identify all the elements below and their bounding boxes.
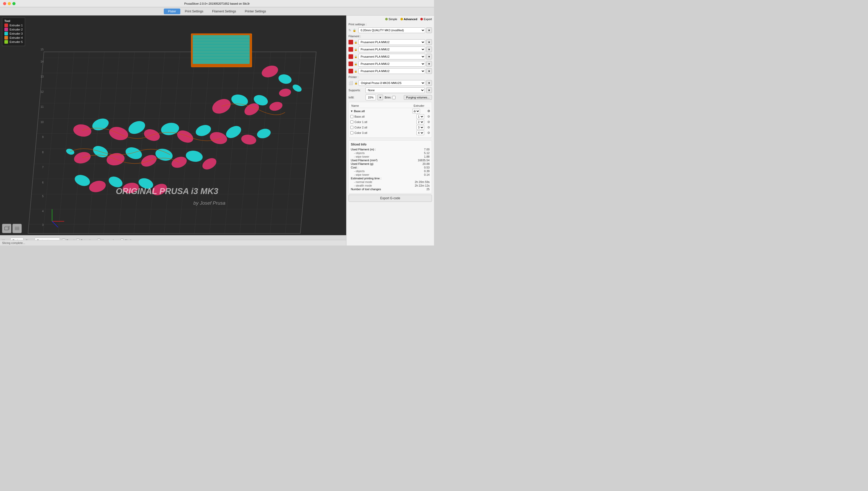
item2-checkbox[interactable] — [350, 120, 353, 123]
mode-expert[interactable]: Expert — [420, 18, 432, 21]
item4-extruder[interactable]: 4 — [416, 131, 424, 135]
filament1-dropdown[interactable]: ▼ — [426, 39, 432, 45]
filament2-color — [349, 47, 353, 52]
column-headers: Name Extruder — [350, 104, 430, 108]
tab-printer-settings[interactable]: Printer Settings — [241, 8, 270, 14]
printing-time-row: Estimated printing time : — [351, 177, 429, 180]
wipe-m-label: - wipe tower — [354, 155, 369, 158]
brim-label: Brim: — [385, 96, 391, 99]
3d-scene[interactable]: ORIGINAL PRUSA i3 MK3 by Josef Prusa 2 4… — [0, 16, 346, 246]
item3-name: Color 2.stl — [354, 126, 415, 129]
layer-view-button[interactable] — [12, 224, 22, 233]
print-settings-label: Print settings : — [349, 23, 366, 26]
advanced-label: Advanced — [404, 18, 417, 21]
tool-changes-label: Number of tool changes — [351, 187, 381, 191]
supports-select[interactable]: None — [365, 87, 425, 93]
tab-filament-settings[interactable]: Filament Settings — [208, 8, 240, 14]
filament1-color — [349, 40, 353, 45]
maximize-button[interactable] — [12, 2, 16, 5]
cost-value: 0.53 — [424, 166, 429, 169]
infill-input[interactable] — [365, 94, 376, 100]
filament-mm3-label: Used Filament (mm³) — [351, 159, 378, 162]
parent-extruder-select[interactable]: default — [412, 109, 420, 113]
filament5-dropdown[interactable]: ▼ — [426, 68, 432, 74]
mode-simple[interactable]: Simple — [385, 18, 397, 21]
printer-label: Printer : — [349, 76, 364, 79]
brim-checkbox[interactable] — [392, 96, 395, 99]
printer-icon: ⬜ — [349, 81, 353, 85]
mode-advanced[interactable]: Advanced — [400, 18, 417, 21]
filament-m-label: Used Filament (m) : — [351, 148, 376, 151]
item1-checkbox[interactable] — [350, 115, 353, 118]
svg-text:by Josef Prusa: by Josef Prusa — [193, 200, 226, 206]
item4-gear-icon[interactable]: ⚙ — [427, 131, 430, 135]
filament4-lock: 🔒 — [354, 62, 357, 65]
item1-extruder[interactable]: 1 — [416, 114, 424, 119]
item2-extruder[interactable]: 2 — [416, 120, 424, 124]
supports-dropdown[interactable]: ▼ — [426, 87, 432, 93]
extruder-column-header: Extruder — [414, 104, 429, 107]
print-settings-select[interactable]: 0.20mm QUALITY MK3 (modified) — [358, 27, 425, 33]
wipe-cost-label: - wipe tower — [354, 173, 369, 176]
infill-brim-row: Infill: ▼ Brim: Purging volumes... — [349, 94, 432, 100]
objects-m-value: 5.12 — [424, 151, 429, 154]
filament4-dropdown[interactable]: ▼ — [426, 61, 432, 67]
filament-mm3-row: Used Filament (mm³) 16835.54 — [351, 159, 429, 162]
sliced-info-panel: Sliced Info Used Filament (m) : 7.00 - o… — [349, 140, 432, 194]
filament4-select[interactable]: Prusament PLA MMU2 — [358, 61, 425, 67]
purging-button[interactable]: Purging volumes... — [404, 95, 432, 100]
stealth-mode-label: - stealth mode — [354, 184, 372, 187]
filament2-select[interactable]: Prusament PLA MMU2 — [358, 47, 425, 52]
svg-text:7: 7 — [42, 166, 44, 169]
filament1-select[interactable]: Prusament PLA MMU2 — [358, 39, 425, 45]
parent-gear-icon[interactable]: ⚙ — [427, 109, 430, 113]
mode-selector: Simple Advanced Expert — [349, 18, 432, 21]
filament3-dropdown[interactable]: ▼ — [426, 54, 432, 59]
svg-text:15: 15 — [40, 48, 44, 51]
svg-text:10: 10 — [40, 120, 44, 123]
svg-text:13: 13 — [40, 75, 44, 78]
filament-m-value: 7.00 — [424, 148, 429, 151]
filament3-lock: 🔒 — [354, 55, 357, 58]
item3-gear-icon[interactable]: ⚙ — [427, 125, 430, 129]
objects-cost-value: 0.39 — [424, 170, 429, 173]
close-button[interactable] — [3, 2, 6, 5]
filament5-select[interactable]: Prusament PLA MMU2 — [358, 68, 425, 74]
item3-checkbox[interactable] — [350, 126, 353, 129]
legend-item-5: Extruder 5 — [4, 40, 23, 44]
object-list: Name Extruder ▼ Base.stl default ⚙ Base.… — [349, 102, 432, 138]
perspective-view-button[interactable] — [2, 224, 11, 233]
print-settings-dropdown[interactable]: ▼ — [426, 27, 432, 33]
printer-select-row: ⬜ 🔒 Original Prusa i3 MK3S MMU2S ▼ — [349, 80, 432, 86]
tab-print-settings[interactable]: Print Settings — [181, 8, 207, 14]
svg-text:ORIGINAL PRUSA i3  MK3: ORIGINAL PRUSA i3 MK3 — [116, 186, 218, 196]
svg-text:8: 8 — [42, 151, 44, 154]
extruder5-color — [4, 40, 8, 44]
item1-gear-icon[interactable]: ⚙ — [427, 115, 430, 118]
wipe-m-row: - wipe tower 1.88 — [351, 155, 429, 158]
export-gcode-button[interactable]: Export G-code — [349, 195, 432, 202]
filament3-select[interactable]: Prusament PLA MMU2 — [358, 54, 425, 59]
tab-plater[interactable]: Plater — [164, 8, 180, 14]
item4-name: Color 3.stl — [354, 131, 415, 134]
filament-row-5: 🔒 Prusament PLA MMU2 ▼ — [349, 68, 432, 74]
filament-m-row: Used Filament (m) : 7.00 — [351, 148, 429, 151]
svg-rect-34 — [193, 35, 249, 64]
svg-text:3: 3 — [42, 223, 44, 226]
item2-gear-icon[interactable]: ⚙ — [427, 120, 430, 124]
svg-text:4: 4 — [42, 209, 44, 213]
infill-dropdown[interactable]: ▼ — [378, 94, 383, 100]
filament4-color — [349, 61, 353, 66]
table-row: Color 3.stl 4 ⚙ — [350, 131, 430, 135]
brim-group: Brim: — [385, 96, 395, 99]
table-row: Color 1.stl 2 ⚙ — [350, 120, 430, 124]
objects-cost-label: - objects — [354, 170, 365, 173]
3d-viewport[interactable]: Tool Extruder 1 Extruder 2 Extruder 3 Ex… — [0, 16, 346, 246]
filament2-dropdown[interactable]: ▼ — [426, 47, 432, 52]
printer-select[interactable]: Original Prusa i3 MK3S MMU2S — [359, 80, 425, 86]
item4-checkbox[interactable] — [350, 131, 353, 134]
item3-extruder[interactable]: 3 — [416, 125, 424, 130]
stealth-mode-row: - stealth mode 2h 22m 12s — [351, 184, 429, 187]
printer-dropdown[interactable]: ▼ — [426, 80, 432, 86]
minimize-button[interactable] — [8, 2, 11, 5]
